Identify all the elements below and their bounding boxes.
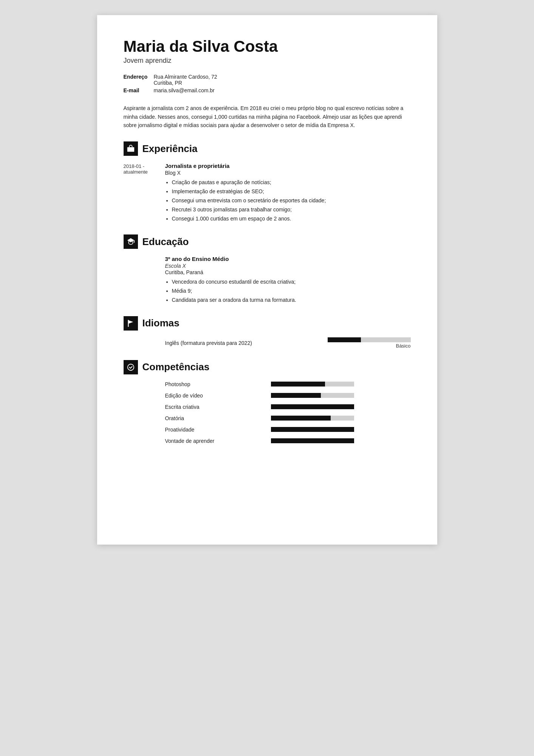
lang-level-label: Básico [396, 343, 410, 349]
lang-progress-fill [328, 337, 361, 342]
skill-bar-bg [271, 427, 354, 432]
email-row: E-mail maria.silva@email.com.br [124, 87, 411, 93]
skill-bar-fill [271, 382, 325, 387]
edu-bullet: Vencedora do concurso estudantil de escr… [172, 278, 411, 287]
edu-bullet: Média 9; [172, 287, 411, 296]
edu-bullets: Vencedora do concurso estudantil de escr… [165, 278, 411, 304]
edu-bullet: Candidata para ser a oradora da turma na… [172, 296, 411, 305]
exp-bullet: Consegui 1.000 curtidas em um espaço de … [172, 214, 411, 224]
skill-name: Vontade de aprender [165, 438, 271, 444]
skill-entry-photoshop: Photoshop [124, 381, 411, 387]
exp-job-title: Jornalista e proprietária [165, 163, 411, 169]
skill-name: Edição de vídeo [165, 393, 271, 399]
graduation-icon [124, 234, 138, 249]
exp-date: 2018-01 -atualmente [124, 163, 158, 223]
skill-entry-vontade: Vontade de aprender [124, 438, 411, 444]
contact-section: Endereço Rua Almirante Cardoso, 72 Curit… [124, 74, 411, 93]
exp-bullet: Implementação de estratégias de SEO; [172, 187, 411, 196]
skill-name: Escrita criativa [165, 404, 271, 410]
experiencia-section: Experiência 2018-01 -atualmente Jornalis… [124, 141, 411, 223]
competencias-header: Competências [124, 360, 411, 374]
address-label: Endereço [124, 74, 154, 80]
skill-entry-proatividade: Proatividade [124, 427, 411, 433]
lang-progress-bg [328, 337, 411, 342]
svg-point-6 [127, 364, 134, 370]
address-row: Endereço Rua Almirante Cardoso, 72 Curit… [124, 74, 411, 86]
address-line2: Curitiba, PR [154, 80, 217, 86]
candidate-name: Maria da Silva Costa [124, 38, 411, 55]
skill-name: Photoshop [165, 381, 271, 387]
experiencia-title: Experiência [142, 143, 198, 155]
skill-bar-bg [271, 393, 354, 398]
svg-marker-5 [128, 320, 133, 323]
skill-bar-fill [271, 427, 354, 432]
lang-bar-row [271, 337, 411, 342]
lang-entry: Inglês (formatura prevista para 2022) Bá… [124, 337, 411, 349]
skill-entry-oratoria: Oratória [124, 415, 411, 421]
exp-bullet: Criação de pautas e apuração de notícias… [172, 178, 411, 187]
email-value: maria.silva@email.com.br [154, 87, 215, 93]
competencias-title: Competências [142, 361, 210, 373]
skill-name: Proatividade [165, 427, 271, 433]
lang-name: Inglês (formatura prevista para 2022) [165, 340, 271, 346]
skill-bar-fill [271, 438, 354, 443]
skill-bar-bg [271, 416, 354, 421]
exp-company: Blog X [165, 170, 411, 176]
exp-bullets: Criação de pautas e apuração de notícias… [165, 178, 411, 223]
skill-bar-fill [271, 393, 321, 398]
skill-entry-video: Edição de vídeo [124, 393, 411, 399]
educacao-title: Educação [142, 236, 189, 248]
exp-bullet: Consegui uma entrevista com o secretário… [172, 196, 411, 205]
skills-icon [124, 360, 138, 374]
experience-entry: 2018-01 -atualmente Jornalista e proprie… [124, 163, 411, 223]
summary-text: Aspirante a jornalista com 2 anos de exp… [124, 104, 411, 129]
experiencia-header: Experiência [124, 141, 411, 156]
flag-icon [124, 316, 138, 331]
edu-degree: 3º ano do Ensino Médio [165, 256, 411, 262]
educacao-header: Educação [124, 234, 411, 249]
skill-bar-fill [271, 416, 331, 421]
edu-location: Curitiba, Paraná [165, 269, 411, 275]
skill-bar-bg [271, 404, 354, 409]
skill-entry-escrita: Escrita criativa [124, 404, 411, 410]
skill-bar-bg [271, 438, 354, 443]
competencias-section: Competências Photoshop Edição de vídeo E… [124, 360, 411, 444]
address-line1: Rua Almirante Cardoso, 72 [154, 74, 217, 80]
skill-bar-bg [271, 382, 354, 387]
edu-school: Escola X [165, 263, 411, 269]
exp-content: Jornalista e proprietária Blog X Criação… [165, 163, 411, 223]
address-value: Rua Almirante Cardoso, 72 Curitiba, PR [154, 74, 217, 86]
exp-bullet: Recrutei 3 outros jornalistas para traba… [172, 205, 411, 214]
svg-rect-0 [127, 147, 134, 152]
idiomas-header: Idiomas [124, 316, 411, 331]
skill-name: Oratória [165, 415, 271, 421]
educacao-section: Educação 3º ano do Ensino Médio Escola X… [124, 234, 411, 304]
email-label: E-mail [124, 87, 154, 93]
idiomas-title: Idiomas [142, 317, 180, 329]
idiomas-section: Idiomas Inglês (formatura prevista para … [124, 316, 411, 349]
edu-entry: 3º ano do Ensino Médio Escola X Curitiba… [124, 256, 411, 304]
candidate-title: Jovem aprendiz [124, 57, 411, 65]
briefcase-icon [124, 141, 138, 156]
resume-page: Maria da Silva Costa Jovem aprendiz Ende… [97, 15, 437, 545]
skill-bar-fill [271, 404, 354, 409]
lang-bar-container: Básico [271, 337, 411, 349]
